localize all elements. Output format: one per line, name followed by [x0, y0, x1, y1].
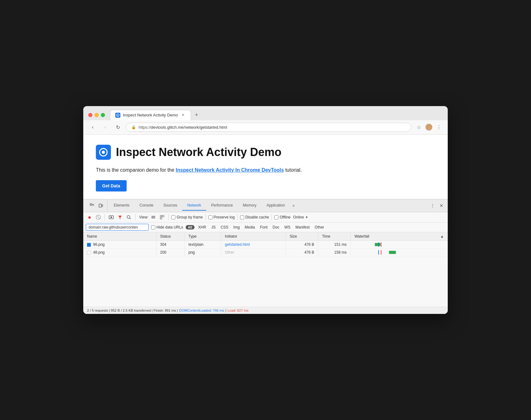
tab-console[interactable]: Console	[134, 201, 158, 211]
filter-doc[interactable]: Doc	[271, 224, 281, 230]
offline-checkbox[interactable]	[274, 215, 278, 219]
svg-point-12	[111, 217, 112, 218]
col-size[interactable]: Size	[286, 232, 318, 241]
back-button[interactable]: ‹	[88, 123, 97, 132]
offline-label[interactable]: Offline	[274, 215, 290, 219]
filter-bar: Hide data URLs All XHR JS CSS Img Media …	[83, 223, 448, 232]
tab-close-button[interactable]: ✕	[181, 113, 186, 118]
svg-rect-19	[160, 215, 162, 217]
screenshot-button[interactable]	[107, 213, 115, 221]
tab-network[interactable]: Network	[182, 201, 206, 211]
filter-css[interactable]: CSS	[219, 224, 230, 230]
list-view-icon[interactable]	[150, 213, 157, 221]
filter-other[interactable]: Other	[314, 224, 326, 230]
url-bar[interactable]: 🔒 https://devtools.glitch.me/network/get…	[126, 123, 411, 132]
bookmark-icon[interactable]: ☆	[415, 123, 423, 131]
dropdown-arrow-icon[interactable]: ▾	[306, 215, 308, 219]
table-header-row: Name Status Type Initiator Size	[83, 232, 448, 241]
cell-time-1: 151 ms	[318, 241, 351, 249]
filter-xhr[interactable]: XHR	[197, 224, 207, 230]
group-by-frame-label[interactable]: Group by frame	[171, 215, 203, 219]
preserve-log-checkbox[interactable]	[208, 215, 212, 219]
page-title: Inspect Network Activity Demo	[116, 146, 282, 159]
col-type[interactable]: Type	[184, 232, 221, 241]
devtools-menu-icon[interactable]: ⋮	[429, 202, 436, 209]
col-initiator[interactable]: Initiator	[221, 232, 286, 241]
group-by-frame-checkbox[interactable]	[171, 215, 175, 219]
active-tab[interactable]: Inspect Network Activity Demo ✕	[110, 110, 191, 120]
col-time[interactable]: Time	[318, 232, 351, 241]
col-name[interactable]: Name	[83, 232, 156, 241]
filter-js[interactable]: JS	[210, 224, 217, 230]
tab-performance[interactable]: Performance	[206, 201, 238, 211]
filter-media[interactable]: Media	[244, 224, 256, 230]
page-content: Inspect Network Activity Demo This is th…	[83, 135, 448, 199]
device-toolbar-icon[interactable]	[97, 202, 105, 209]
devtools-right-icons: ⋮ ✕	[429, 202, 445, 209]
svg-rect-20	[162, 215, 164, 217]
network-toolbar: ●	[83, 212, 448, 223]
tab-favicon	[115, 113, 120, 118]
clear-button[interactable]	[95, 213, 102, 221]
preserve-log-label[interactable]: Preserve log	[208, 215, 235, 219]
cell-name-2: 48.png	[83, 249, 156, 256]
all-filter-badge[interactable]: All	[186, 225, 194, 229]
tab-sources[interactable]: Sources	[158, 201, 182, 211]
initiator-link-1[interactable]: getstarted.html	[225, 242, 250, 247]
close-traffic-light[interactable]	[88, 113, 92, 117]
cell-status-1: 304	[156, 241, 184, 249]
new-tab-button[interactable]: +	[192, 111, 201, 120]
blue-line-row1	[378, 242, 379, 247]
devtools-link[interactable]: Inspect Network Activity In Chrome DevTo…	[176, 167, 284, 173]
tab-title: Inspect Network Activity Demo	[123, 113, 178, 117]
tab-elements[interactable]: Elements	[109, 201, 134, 211]
toolbar-divider-5	[237, 214, 238, 220]
svg-rect-18	[151, 218, 155, 218]
table-row[interactable]: 48.png 200 png Other 476 B 158 ms	[83, 249, 448, 256]
red-line-row2	[381, 250, 381, 255]
disable-cache-label[interactable]: Disable cache	[240, 215, 269, 219]
table-row[interactable]: 96.png 304 text/plain getstarted.html 47…	[83, 241, 448, 249]
svg-marker-13	[118, 216, 122, 219]
toolbar-divider-6	[271, 214, 272, 220]
devtools-left-icons	[86, 199, 107, 212]
filter-img[interactable]: Img	[232, 224, 241, 230]
tab-memory[interactable]: Memory	[238, 201, 261, 211]
filter-manifest[interactable]: Manifest	[294, 224, 311, 230]
filter-icon[interactable]	[116, 213, 124, 221]
record-button[interactable]: ●	[86, 213, 93, 221]
filter-ws[interactable]: WS	[283, 224, 292, 230]
profile-icon[interactable]: 🐵	[425, 123, 433, 131]
reload-button[interactable]: ↻	[113, 123, 122, 132]
waterfall-bar-2	[389, 251, 396, 254]
cell-time-2: 158 ms	[318, 249, 351, 256]
tab-application[interactable]: Application	[261, 201, 290, 211]
cell-waterfall-2	[351, 249, 448, 256]
fullscreen-traffic-light[interactable]	[101, 113, 105, 117]
sort-arrow-icon: ▲	[440, 234, 444, 239]
svg-point-14	[127, 216, 130, 218]
menu-icon[interactable]: ⋮	[435, 123, 443, 131]
col-status[interactable]: Status	[156, 232, 184, 241]
blue-line-row2	[378, 250, 379, 255]
group-view-icon[interactable]	[158, 213, 166, 221]
svg-line-10	[97, 216, 100, 218]
filter-font[interactable]: Font	[259, 224, 269, 230]
devtools-panel: Elements Console Sources Network Perform…	[83, 199, 448, 314]
search-icon[interactable]	[125, 213, 133, 221]
svg-rect-8	[102, 205, 103, 207]
more-tabs-button[interactable]: »	[290, 201, 297, 210]
hide-data-urls-checkbox[interactable]	[151, 225, 155, 229]
cell-type-2: png	[184, 249, 221, 256]
minimize-traffic-light[interactable]	[95, 113, 99, 117]
network-table: Name Status Type Initiator Size	[83, 232, 448, 256]
forward-button[interactable]: ›	[101, 123, 110, 132]
filter-input[interactable]	[86, 224, 149, 231]
col-waterfall[interactable]: Waterfall ▲	[351, 232, 448, 241]
inspect-element-icon[interactable]	[88, 202, 96, 209]
get-data-button[interactable]: Get Data	[96, 180, 127, 191]
devtools-close-icon[interactable]: ✕	[438, 202, 445, 209]
cell-waterfall-1	[351, 241, 448, 249]
hide-data-urls-label[interactable]: Hide data URLs	[151, 225, 183, 229]
disable-cache-checkbox[interactable]	[240, 215, 244, 219]
